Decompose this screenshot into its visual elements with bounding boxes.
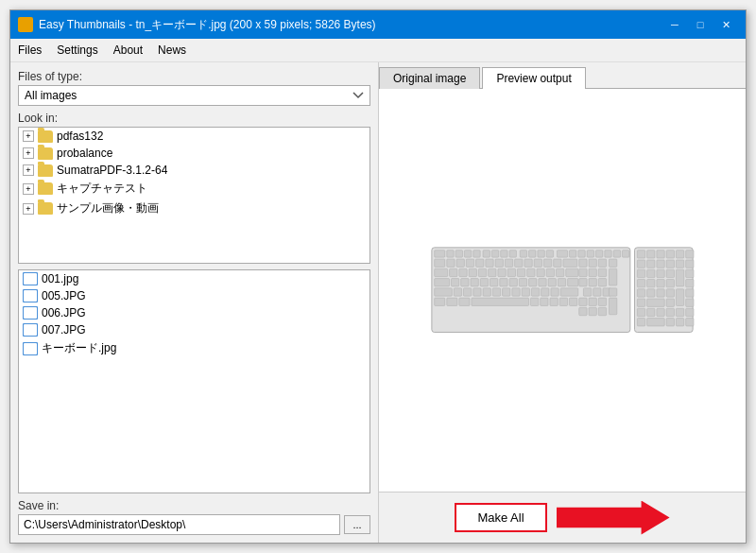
minimize-button[interactable]: ─	[662, 15, 687, 34]
list-item[interactable]: 007.JPG	[19, 321, 369, 338]
files-list[interactable]: 001.jpg 005.JPG 006.JPG 007.JPG キーボード.jp…	[18, 269, 370, 493]
svg-rect-93	[447, 298, 457, 305]
svg-rect-79	[483, 288, 490, 296]
tab-original-image[interactable]: Original image	[379, 67, 480, 89]
save-path-input[interactable]	[18, 514, 340, 535]
file-name: キーボード.jpg	[42, 340, 116, 356]
svg-rect-34	[554, 259, 561, 267]
file-icon	[23, 289, 38, 302]
svg-rect-26	[476, 259, 484, 267]
list-item[interactable]: + サンプル画像・動画	[19, 199, 369, 218]
svg-rect-5	[473, 251, 480, 257]
file-icon	[23, 272, 38, 285]
svg-rect-11	[529, 251, 536, 257]
window-controls: ─ □ ✕	[662, 15, 738, 34]
svg-rect-122	[647, 270, 655, 278]
svg-rect-100	[569, 298, 576, 305]
svg-rect-14	[557, 251, 567, 257]
menu-about[interactable]: About	[106, 41, 150, 60]
list-item[interactable]: + キャプチャテスト	[19, 179, 369, 199]
svg-rect-131	[686, 280, 694, 287]
preview-area	[379, 89, 746, 492]
window-title: Easy Thumbnails - tn_キーボード.jpg (200 x 59…	[39, 17, 662, 33]
expand-icon[interactable]: +	[23, 164, 34, 176]
list-item[interactable]: 005.JPG	[19, 287, 369, 304]
svg-rect-145	[666, 309, 674, 317]
expand-icon[interactable]: +	[23, 130, 34, 142]
make-all-button[interactable]: Make All	[455, 503, 546, 532]
menu-settings[interactable]: Settings	[49, 41, 105, 60]
svg-rect-113	[676, 251, 683, 258]
svg-rect-18	[595, 251, 602, 257]
right-panel: Original image Preview output	[379, 62, 746, 543]
folder-name: SumatraPDF-3.1.2-64	[57, 164, 167, 177]
list-item[interactable]: 001.jpg	[19, 270, 369, 287]
svg-rect-101	[579, 298, 587, 305]
svg-rect-104	[609, 298, 616, 315]
bottom-bar: Make All	[379, 492, 746, 543]
svg-rect-139	[647, 299, 665, 306]
svg-rect-133	[647, 289, 655, 297]
svg-rect-52	[556, 269, 563, 277]
svg-rect-71	[568, 279, 578, 286]
file-name: 007.JPG	[42, 323, 86, 337]
folder-icon	[38, 202, 53, 215]
svg-rect-44	[478, 269, 486, 277]
list-item[interactable]: + pdfas132	[19, 128, 369, 145]
list-item[interactable]: + probalance	[19, 145, 369, 162]
maximize-button[interactable]: □	[688, 15, 713, 34]
svg-rect-87	[560, 288, 578, 296]
svg-rect-134	[657, 289, 664, 297]
svg-rect-33	[543, 259, 551, 267]
svg-rect-127	[637, 280, 644, 287]
svg-rect-110	[647, 251, 655, 258]
save-in-label: Save in:	[18, 499, 370, 512]
svg-rect-46	[498, 269, 506, 277]
folder-name: pdfas132	[57, 130, 103, 143]
left-panel: Files of type: All images Look in: + pdf…	[10, 62, 379, 543]
svg-rect-4	[464, 251, 471, 257]
menu-news[interactable]: News	[150, 41, 194, 60]
svg-rect-106	[589, 308, 596, 316]
svg-rect-103	[598, 298, 606, 305]
svg-rect-86	[551, 288, 558, 296]
expand-icon[interactable]: +	[23, 203, 34, 215]
svg-rect-23	[447, 259, 455, 267]
folder-list[interactable]: + pdfas132 + probalance + Sumatra	[18, 127, 370, 264]
tab-preview-output[interactable]: Preview output	[482, 67, 585, 89]
menu-files[interactable]: Files	[10, 41, 49, 60]
list-item[interactable]: 006.JPG	[19, 304, 369, 321]
svg-rect-45	[489, 269, 496, 277]
svg-rect-91	[609, 288, 616, 296]
svg-rect-30	[515, 259, 523, 267]
svg-rect-48	[517, 269, 524, 277]
close-button[interactable]: ✕	[713, 15, 738, 34]
svg-rect-74	[598, 279, 606, 286]
svg-rect-149	[647, 319, 665, 326]
file-type-dropdown[interactable]: All images	[18, 85, 370, 106]
svg-rect-27	[486, 259, 493, 267]
svg-rect-56	[598, 269, 606, 277]
svg-rect-105	[579, 308, 587, 316]
expand-icon[interactable]: +	[23, 147, 34, 159]
svg-rect-81	[503, 288, 510, 296]
browse-button[interactable]: ...	[344, 515, 370, 534]
svg-rect-129	[657, 280, 664, 287]
svg-rect-116	[647, 260, 655, 268]
list-item[interactable]: キーボード.jpg	[19, 338, 369, 358]
svg-rect-84	[531, 288, 539, 296]
expand-icon[interactable]: +	[23, 183, 34, 195]
svg-rect-32	[534, 259, 541, 267]
svg-rect-72	[579, 279, 587, 286]
folder-name: サンプル画像・動画	[57, 200, 159, 216]
folder-browser-wrapper: + pdfas132 + probalance + Sumatra	[18, 127, 370, 264]
list-item[interactable]: + SumatraPDF-3.1.2-64	[19, 162, 369, 179]
svg-rect-10	[520, 251, 526, 257]
svg-rect-49	[527, 269, 535, 277]
svg-rect-98	[550, 298, 558, 305]
svg-rect-15	[569, 251, 576, 257]
svg-rect-102	[589, 298, 596, 305]
svg-rect-39	[609, 259, 616, 267]
svg-rect-12	[538, 251, 544, 257]
tab-bar: Original image Preview output	[379, 62, 746, 89]
